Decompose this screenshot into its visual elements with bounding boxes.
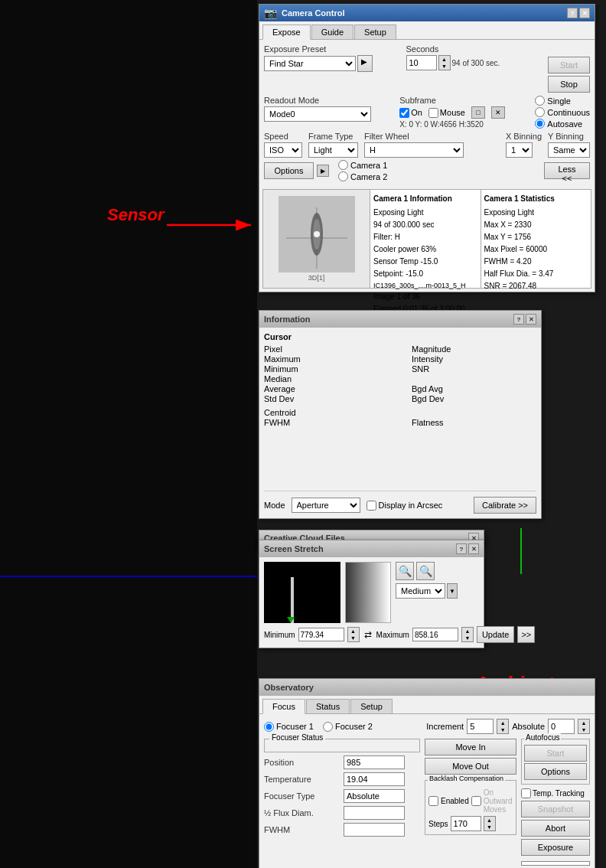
continuous-radio[interactable] xyxy=(535,107,545,117)
info-help-button[interactable]: ? xyxy=(513,314,524,325)
observatory-title: Observatory xyxy=(264,683,314,692)
y-binning-select[interactable]: Same xyxy=(548,142,590,158)
help-button[interactable]: ? xyxy=(567,8,578,18)
steps-spin-up[interactable]: ▲ xyxy=(484,817,495,824)
subframe-mouse-label: Mouse xyxy=(440,108,465,117)
subframe-label: Subframe xyxy=(399,96,529,105)
tab-setup[interactable]: Setup xyxy=(354,24,396,39)
subframe-icon2[interactable]: ✕ xyxy=(491,106,505,119)
inc-spin-down[interactable]: ▼ xyxy=(497,726,508,733)
camera1-label: Camera 1 xyxy=(350,161,387,170)
on-outward-check[interactable] xyxy=(471,796,481,806)
focuser-type-input[interactable] xyxy=(344,789,405,803)
update-button[interactable]: Update xyxy=(477,626,514,643)
tab-guide[interactable]: Guide xyxy=(311,24,354,39)
focuser2-label: Focuser 2 xyxy=(335,722,373,731)
swap-arrows[interactable]: ⇄ xyxy=(363,629,373,640)
focuser1-radio[interactable] xyxy=(264,722,274,732)
absolute-spin: ▲ ▼ xyxy=(578,719,590,734)
backlash-enabled-check[interactable] xyxy=(428,796,438,806)
abort-button[interactable]: Abort xyxy=(521,820,590,837)
focuser-type-row: Focuser Type xyxy=(264,789,420,803)
stretch-help-button[interactable]: ? xyxy=(456,543,467,554)
min-value-input[interactable] xyxy=(298,628,344,641)
tab-setup-obs[interactable]: Setup xyxy=(350,699,393,713)
start-button[interactable]: Start xyxy=(548,57,590,73)
max-spin: ▲ ▼ xyxy=(461,627,474,642)
frame-type-select[interactable]: Light xyxy=(308,142,358,158)
max-spin-down[interactable]: ▼ xyxy=(462,635,473,641)
exposure-preset-select[interactable]: Find Star xyxy=(264,56,356,71)
close-button[interactable]: ✕ xyxy=(579,8,590,18)
move-in-button[interactable]: Move In xyxy=(425,739,516,755)
more-button[interactable]: >> xyxy=(517,626,535,643)
seconds-input[interactable] xyxy=(406,55,437,70)
stretch-close-button[interactable]: ✕ xyxy=(468,543,479,554)
speed-select[interactable]: ISO xyxy=(264,142,302,158)
camera1-radio[interactable] xyxy=(338,160,348,170)
fwhm-input[interactable]: Unknown xyxy=(344,823,405,837)
calibrate-button[interactable]: Calibrate >> xyxy=(474,497,536,514)
zoom-out-button[interactable]: 🔍 xyxy=(416,562,435,580)
seconds-spin-up[interactable]: ▲ xyxy=(439,56,450,63)
medium-dropdown-arrow[interactable]: ▼ xyxy=(447,583,458,599)
half-flux-input[interactable]: Unknown xyxy=(344,806,405,820)
increment-input[interactable] xyxy=(467,719,494,734)
filter-wheel-label: Filter Wheel xyxy=(364,132,500,141)
tab-focus[interactable]: Focus xyxy=(262,699,305,714)
information-window: Information ? ✕ Cursor Pixel Magnitude M… xyxy=(259,310,542,519)
readout-mode-select[interactable]: Mode0 xyxy=(264,106,371,122)
info-line-6: Setpoint: -15.0 xyxy=(373,268,477,280)
subframe-on-check[interactable] xyxy=(399,108,409,118)
abs-spin-down[interactable]: ▼ xyxy=(578,726,589,733)
autosave-radio[interactable] xyxy=(535,119,545,129)
inc-spin-up[interactable]: ▲ xyxy=(497,720,508,726)
max-value-input[interactable] xyxy=(412,628,458,641)
less-button[interactable]: Less << xyxy=(544,162,590,179)
medium-select[interactable]: Medium xyxy=(396,583,445,599)
subframe-icon[interactable]: □ xyxy=(471,106,485,119)
options-arrow[interactable]: ▶ xyxy=(317,165,329,177)
snapshot-button[interactable]: Snapshot xyxy=(521,801,590,817)
max-spin-up[interactable]: ▲ xyxy=(462,628,473,635)
exposure-preset-label: Exposure Preset xyxy=(264,44,400,54)
camera-info-title: Camera 1 Information xyxy=(373,193,477,205)
af-options-button[interactable]: Options xyxy=(524,763,587,780)
zoom-in-button[interactable]: 🔍 xyxy=(396,562,414,580)
bgd-avg-label: Bgd Avg xyxy=(412,384,536,393)
tab-expose[interactable]: Expose xyxy=(262,24,311,40)
steps-spin: ▲ ▼ xyxy=(484,816,496,831)
min-spin-down[interactable]: ▼ xyxy=(348,635,359,641)
min-spin-up[interactable]: ▲ xyxy=(348,628,359,635)
observatory-tabs: Focus Status Setup xyxy=(259,696,595,714)
display-arcsec-check[interactable] xyxy=(367,501,376,511)
stop-button[interactable]: Stop xyxy=(548,76,590,93)
focuser2-radio[interactable] xyxy=(323,722,333,732)
camera-info-panel: 3D[1] Camera 1 Information Exposing Ligh… xyxy=(262,189,591,289)
options-button[interactable]: Options xyxy=(264,162,314,179)
svg-point-9 xyxy=(314,231,320,237)
seconds-spin-down[interactable]: ▼ xyxy=(439,63,450,70)
temp-tracking-check[interactable] xyxy=(521,788,531,798)
camera2-radio[interactable] xyxy=(338,171,348,181)
position-input[interactable] xyxy=(344,755,405,769)
temperature-row: Temperature xyxy=(264,772,420,786)
exposure-button[interactable]: Exposure xyxy=(521,839,590,856)
tab-status[interactable]: Status xyxy=(306,699,350,713)
steps-input[interactable] xyxy=(451,816,481,831)
steps-spin-down[interactable]: ▼ xyxy=(484,824,495,830)
histogram-dark xyxy=(264,562,340,623)
info-close-button[interactable]: ✕ xyxy=(526,314,536,325)
exposure-preset-dropdown[interactable]: ▶ xyxy=(357,55,373,72)
af-start-button[interactable]: Start xyxy=(524,745,587,762)
subframe-mouse-check[interactable] xyxy=(428,108,438,118)
mode-select[interactable]: Aperture xyxy=(292,498,360,513)
absolute-input[interactable] xyxy=(548,719,575,734)
x-binning-select[interactable]: 1 xyxy=(506,142,533,158)
abs-spin-up[interactable]: ▲ xyxy=(578,720,589,726)
xy-coords: X: 0 Y: 0 W:4656 H:3520 xyxy=(399,120,529,129)
temperature-input[interactable] xyxy=(344,772,405,786)
filter-wheel-select[interactable]: H xyxy=(364,142,464,158)
move-out-button[interactable]: Move Out xyxy=(425,758,516,775)
single-radio[interactable] xyxy=(535,96,545,106)
